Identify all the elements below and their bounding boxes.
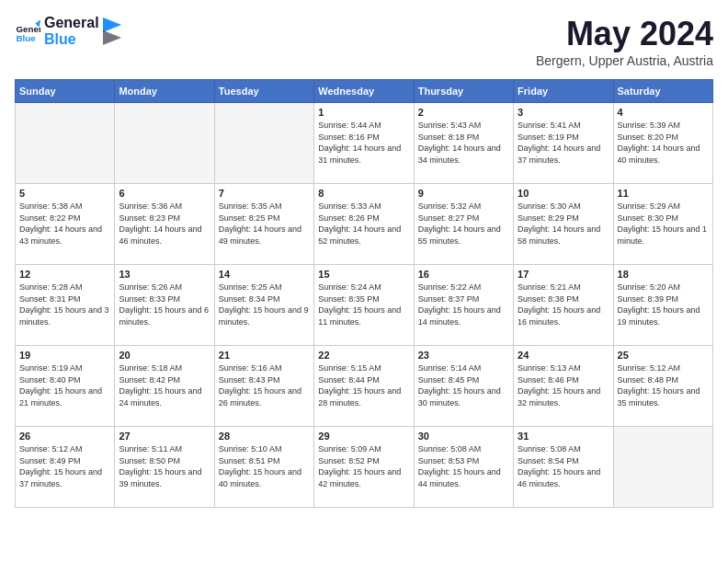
- cell-info: Sunrise: 5:10 AM Sunset: 8:51 PM Dayligh…: [219, 443, 310, 489]
- calendar-cell: [16, 103, 115, 184]
- cell-info: Sunrise: 5:35 AM Sunset: 8:25 PM Dayligh…: [219, 201, 310, 247]
- day-number: 17: [518, 269, 609, 280]
- cell-info: Sunrise: 5:12 AM Sunset: 8:49 PM Dayligh…: [19, 443, 110, 489]
- weekday-header-tuesday: Tuesday: [214, 80, 313, 103]
- cell-info: Sunrise: 5:36 AM Sunset: 8:23 PM Dayligh…: [119, 201, 210, 247]
- calendar-cell: 8Sunrise: 5:33 AM Sunset: 8:26 PM Daylig…: [314, 184, 414, 265]
- cell-info: Sunrise: 5:08 AM Sunset: 8:54 PM Dayligh…: [518, 443, 609, 489]
- calendar-cell: 18Sunrise: 5:20 AM Sunset: 8:39 PM Dayli…: [613, 265, 712, 346]
- day-number: 31: [518, 431, 609, 442]
- weekday-header-row: SundayMondayTuesdayWednesdayThursdayFrid…: [16, 80, 713, 103]
- calendar-cell: 13Sunrise: 5:26 AM Sunset: 8:33 PM Dayli…: [115, 265, 214, 346]
- calendar-cell: 22Sunrise: 5:15 AM Sunset: 8:44 PM Dayli…: [314, 346, 414, 427]
- calendar-cell: [613, 427, 712, 508]
- calendar-cell: 27Sunrise: 5:11 AM Sunset: 8:50 PM Dayli…: [115, 427, 214, 508]
- day-number: 19: [19, 350, 110, 361]
- calendar-cell: 3Sunrise: 5:41 AM Sunset: 8:19 PM Daylig…: [514, 103, 613, 184]
- cell-info: Sunrise: 5:39 AM Sunset: 8:20 PM Dayligh…: [618, 120, 709, 166]
- cell-info: Sunrise: 5:24 AM Sunset: 8:35 PM Dayligh…: [318, 282, 409, 327]
- cell-info: Sunrise: 5:11 AM Sunset: 8:50 PM Dayligh…: [119, 443, 210, 489]
- day-number: 4: [618, 107, 709, 118]
- cell-info: Sunrise: 5:26 AM Sunset: 8:33 PM Dayligh…: [119, 282, 210, 327]
- calendar-cell: [214, 103, 313, 184]
- calendar-cell: 14Sunrise: 5:25 AM Sunset: 8:34 PM Dayli…: [214, 265, 313, 346]
- cell-info: Sunrise: 5:30 AM Sunset: 8:29 PM Dayligh…: [518, 201, 609, 247]
- cell-info: Sunrise: 5:19 AM Sunset: 8:40 PM Dayligh…: [19, 362, 110, 408]
- day-number: 14: [219, 269, 310, 280]
- calendar-cell: 17Sunrise: 5:21 AM Sunset: 8:38 PM Dayli…: [514, 265, 613, 346]
- day-number: 28: [219, 431, 310, 442]
- calendar-week-3: 12Sunrise: 5:28 AM Sunset: 8:31 PM Dayli…: [16, 265, 713, 346]
- cell-info: Sunrise: 5:32 AM Sunset: 8:27 PM Dayligh…: [418, 201, 509, 247]
- day-number: 24: [518, 350, 609, 361]
- month-title: May 2024: [536, 15, 713, 53]
- day-number: 7: [219, 188, 310, 199]
- cell-info: Sunrise: 5:18 AM Sunset: 8:42 PM Dayligh…: [119, 362, 210, 408]
- logo: General Blue General Blue: [15, 15, 121, 47]
- calendar-cell: 6Sunrise: 5:36 AM Sunset: 8:23 PM Daylig…: [115, 184, 214, 265]
- page-header: General Blue General Blue May 2024 Berge…: [15, 15, 713, 68]
- day-number: 11: [618, 188, 709, 199]
- day-number: 1: [318, 107, 409, 118]
- day-number: 26: [19, 431, 110, 442]
- calendar-cell: 20Sunrise: 5:18 AM Sunset: 8:42 PM Dayli…: [115, 346, 214, 427]
- cell-info: Sunrise: 5:44 AM Sunset: 8:16 PM Dayligh…: [318, 120, 409, 166]
- cell-info: Sunrise: 5:22 AM Sunset: 8:37 PM Dayligh…: [418, 282, 509, 327]
- cell-info: Sunrise: 5:33 AM Sunset: 8:26 PM Dayligh…: [318, 201, 409, 247]
- calendar-week-1: 1Sunrise: 5:44 AM Sunset: 8:16 PM Daylig…: [16, 103, 713, 184]
- day-number: 10: [518, 188, 609, 199]
- cell-info: Sunrise: 5:43 AM Sunset: 8:18 PM Dayligh…: [418, 120, 509, 166]
- cell-info: Sunrise: 5:13 AM Sunset: 8:46 PM Dayligh…: [518, 362, 609, 408]
- calendar-cell: 1Sunrise: 5:44 AM Sunset: 8:16 PM Daylig…: [314, 103, 414, 184]
- calendar-week-4: 19Sunrise: 5:19 AM Sunset: 8:40 PM Dayli…: [16, 346, 713, 427]
- day-number: 22: [318, 350, 409, 361]
- day-number: 18: [618, 269, 709, 280]
- calendar-cell: 28Sunrise: 5:10 AM Sunset: 8:51 PM Dayli…: [214, 427, 313, 508]
- weekday-header-monday: Monday: [115, 80, 214, 103]
- cell-info: Sunrise: 5:38 AM Sunset: 8:22 PM Dayligh…: [19, 201, 110, 247]
- cell-info: Sunrise: 5:25 AM Sunset: 8:34 PM Dayligh…: [219, 282, 310, 327]
- cell-info: Sunrise: 5:09 AM Sunset: 8:52 PM Dayligh…: [318, 443, 409, 489]
- calendar-table: SundayMondayTuesdayWednesdayThursdayFrid…: [15, 79, 713, 508]
- calendar-cell: 25Sunrise: 5:12 AM Sunset: 8:48 PM Dayli…: [613, 346, 712, 427]
- day-number: 8: [318, 188, 409, 199]
- weekday-header-sunday: Sunday: [16, 80, 115, 103]
- calendar-cell: 26Sunrise: 5:12 AM Sunset: 8:49 PM Dayli…: [16, 427, 115, 508]
- calendar-cell: 23Sunrise: 5:14 AM Sunset: 8:45 PM Dayli…: [414, 346, 513, 427]
- weekday-header-wednesday: Wednesday: [314, 80, 414, 103]
- logo-blue: Blue: [44, 31, 99, 48]
- cell-info: Sunrise: 5:20 AM Sunset: 8:39 PM Dayligh…: [618, 282, 709, 327]
- day-number: 23: [418, 350, 509, 361]
- weekday-header-friday: Friday: [514, 80, 613, 103]
- day-number: 9: [418, 188, 509, 199]
- calendar-cell: 2Sunrise: 5:43 AM Sunset: 8:18 PM Daylig…: [414, 103, 513, 184]
- logo-general: General: [44, 15, 99, 31]
- svg-text:Blue: Blue: [16, 33, 36, 43]
- calendar-cell: 31Sunrise: 5:08 AM Sunset: 8:54 PM Dayli…: [514, 427, 613, 508]
- location: Bergern, Upper Austria, Austria: [536, 53, 713, 68]
- cell-info: Sunrise: 5:14 AM Sunset: 8:45 PM Dayligh…: [418, 362, 509, 408]
- calendar-cell: 5Sunrise: 5:38 AM Sunset: 8:22 PM Daylig…: [16, 184, 115, 265]
- day-number: 13: [119, 269, 210, 280]
- day-number: 12: [19, 269, 110, 280]
- weekday-header-thursday: Thursday: [414, 80, 513, 103]
- day-number: 5: [19, 188, 110, 199]
- cell-info: Sunrise: 5:29 AM Sunset: 8:30 PM Dayligh…: [618, 201, 709, 247]
- title-area: May 2024 Bergern, Upper Austria, Austria: [536, 15, 713, 68]
- svg-marker-3: [103, 17, 121, 32]
- calendar-cell: 30Sunrise: 5:08 AM Sunset: 8:53 PM Dayli…: [414, 427, 513, 508]
- day-number: 3: [518, 107, 609, 118]
- calendar-cell: 29Sunrise: 5:09 AM Sunset: 8:52 PM Dayli…: [314, 427, 414, 508]
- calendar-cell: 16Sunrise: 5:22 AM Sunset: 8:37 PM Dayli…: [414, 265, 513, 346]
- calendar-week-2: 5Sunrise: 5:38 AM Sunset: 8:22 PM Daylig…: [16, 184, 713, 265]
- calendar-cell: 19Sunrise: 5:19 AM Sunset: 8:40 PM Dayli…: [16, 346, 115, 427]
- day-number: 20: [119, 350, 210, 361]
- cell-info: Sunrise: 5:41 AM Sunset: 8:19 PM Dayligh…: [518, 120, 609, 166]
- day-number: 29: [318, 431, 409, 442]
- cell-info: Sunrise: 5:15 AM Sunset: 8:44 PM Dayligh…: [318, 362, 409, 408]
- day-number: 30: [418, 431, 509, 442]
- cell-info: Sunrise: 5:08 AM Sunset: 8:53 PM Dayligh…: [418, 443, 509, 489]
- calendar-cell: 9Sunrise: 5:32 AM Sunset: 8:27 PM Daylig…: [414, 184, 513, 265]
- day-number: 2: [418, 107, 509, 118]
- calendar-cell: 11Sunrise: 5:29 AM Sunset: 8:30 PM Dayli…: [613, 184, 712, 265]
